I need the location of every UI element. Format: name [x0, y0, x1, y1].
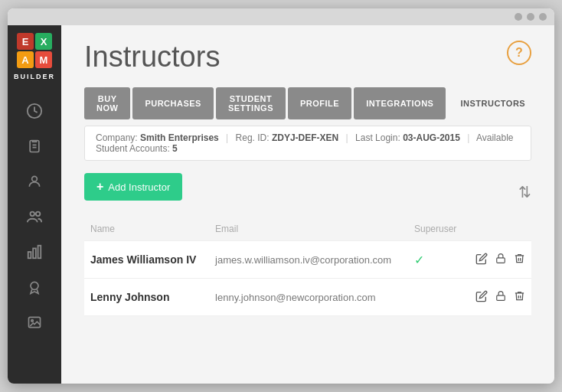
- titlebar-dot-2: [527, 13, 534, 21]
- add-instructor-button[interactable]: + Add Instructor: [84, 173, 182, 201]
- titlebar-dot-1: [515, 13, 522, 21]
- svg-point-6: [36, 212, 41, 217]
- tab-student-settings[interactable]: STUDENT SETTINGS: [216, 87, 286, 119]
- row2-actions: [466, 279, 531, 316]
- company-label: Company:: [96, 132, 138, 143]
- sidebar-item-image[interactable]: [18, 305, 51, 339]
- reg-label: Reg. ID:: [236, 132, 270, 143]
- sidebar: E X A M BUILDER: [8, 25, 61, 384]
- row1-edit-icon[interactable]: [475, 253, 488, 267]
- table-row: James Williamson IV james.w.williamson.i…: [84, 241, 531, 279]
- svg-rect-14: [497, 296, 505, 300]
- row1-lock-icon[interactable]: [495, 252, 506, 267]
- info-bar: Company: Smith Enterprises | Reg. ID: ZD…: [84, 126, 531, 161]
- logo-area: E X A M BUILDER: [8, 25, 61, 88]
- sidebar-item-user[interactable]: [18, 165, 51, 198]
- content-area: Instructors ? BUY NOW PURCHASES STUDENT …: [61, 25, 554, 384]
- row1-delete-icon[interactable]: [514, 252, 525, 267]
- col-superuser: Superuser: [408, 220, 466, 241]
- tab-profile[interactable]: PROFILE: [288, 87, 351, 119]
- tab-nav: BUY NOW PURCHASES STUDENT SETTINGS PROFI…: [84, 87, 531, 119]
- sep-2: |: [346, 132, 348, 143]
- sep-3: |: [467, 132, 469, 143]
- tab-buy-now[interactable]: BUY NOW: [84, 87, 130, 119]
- svg-rect-7: [28, 252, 31, 258]
- logo-cell-a: A: [17, 51, 34, 68]
- svg-rect-13: [497, 258, 505, 263]
- tab-instructors[interactable]: INSTRUCTORS: [448, 87, 537, 119]
- row1-email: james.w.williamson.iv@corporation.com: [209, 241, 408, 279]
- col-actions: [466, 220, 531, 241]
- instructor-table: Name Email Superuser James Williamson IV…: [84, 220, 531, 316]
- tab-purchases[interactable]: PURCHASES: [132, 87, 214, 119]
- svg-rect-9: [38, 246, 41, 259]
- sidebar-item-dashboard[interactable]: [18, 94, 51, 128]
- sidebar-item-users[interactable]: [18, 200, 51, 234]
- main-area: E X A M BUILDER: [8, 25, 554, 384]
- sidebar-item-chart[interactable]: [18, 235, 51, 269]
- page-header: Instructors ?: [84, 41, 531, 74]
- reg-value: ZDYJ-DEF-XEN: [272, 132, 338, 143]
- logo-cell-m: M: [35, 51, 52, 68]
- page-title: Instructors: [84, 41, 220, 74]
- row1-actions: [466, 241, 531, 279]
- svg-point-5: [31, 212, 35, 217]
- titlebar: [8, 8, 554, 25]
- titlebar-dot-3: [539, 13, 547, 21]
- sep-1: |: [226, 132, 228, 143]
- sidebar-item-clipboard[interactable]: [18, 129, 51, 163]
- row2-lock-icon[interactable]: [495, 289, 506, 305]
- col-name: Name: [84, 220, 209, 241]
- svg-point-12: [31, 320, 34, 322]
- row2-email: lenny.johnson@newcorporation.com: [209, 279, 408, 316]
- row1-name: James Williamson IV: [84, 241, 209, 279]
- brand-label: BUILDER: [14, 73, 55, 80]
- row1-superuser: ✓: [408, 241, 466, 279]
- row2-superuser: [408, 279, 466, 316]
- svg-point-10: [31, 282, 38, 289]
- table-header-row: Name Email Superuser: [84, 220, 531, 241]
- logo-grid: E X A M: [17, 33, 52, 68]
- logo-cell-e: E: [17, 33, 34, 50]
- row2-delete-icon[interactable]: [514, 289, 525, 305]
- col-email: Email: [209, 220, 408, 241]
- sort-icon[interactable]: ⇅: [518, 183, 531, 201]
- sidebar-nav: [8, 94, 61, 339]
- sidebar-item-badge[interactable]: [18, 270, 51, 304]
- table-row: Lenny Johnson lenny.johnson@newcorporati…: [84, 279, 531, 316]
- row2-edit-icon[interactable]: [475, 290, 488, 305]
- help-button[interactable]: ?: [507, 41, 531, 65]
- add-instructor-label: Add Instructor: [108, 181, 170, 193]
- company-value: Smith Enterprises: [140, 132, 219, 143]
- add-icon: +: [96, 180, 103, 194]
- svg-point-4: [32, 176, 38, 181]
- accounts-value: 5: [172, 143, 178, 154]
- svg-rect-8: [33, 248, 36, 258]
- row2-name: Lenny Johnson: [84, 279, 209, 316]
- login-label: Last Login:: [355, 132, 400, 143]
- app-window: E X A M BUILDER: [8, 8, 554, 384]
- login-value: 03-AUG-2015: [403, 132, 460, 143]
- tab-integrations[interactable]: INTEGRATIONS: [354, 87, 446, 119]
- logo-cell-x: X: [35, 33, 52, 50]
